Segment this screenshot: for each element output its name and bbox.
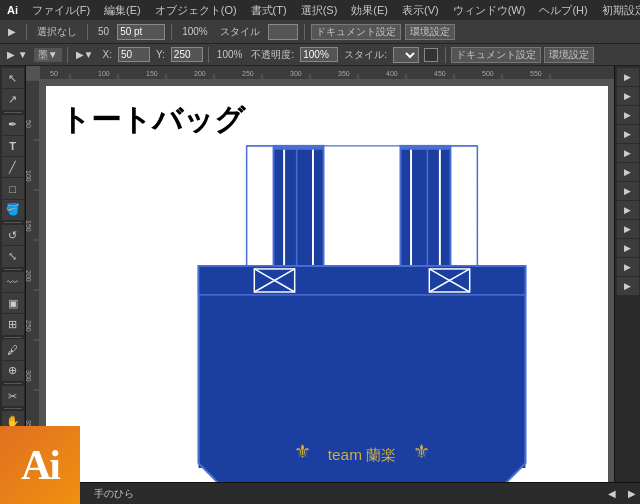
- rp-btn-3[interactable]: ▶: [617, 106, 639, 124]
- lt-sep4: [4, 337, 22, 338]
- t2-x-label: X:: [100, 49, 115, 60]
- status-tool: 手のひら: [94, 487, 134, 501]
- svg-rect-51: [199, 266, 526, 295]
- rp-btn-9[interactable]: ▶: [617, 220, 639, 238]
- menu-file[interactable]: ファイル(F): [29, 3, 93, 18]
- svg-text:100: 100: [98, 70, 110, 77]
- svg-rect-49: [412, 145, 439, 266]
- menu-ai[interactable]: Ai: [4, 4, 21, 16]
- ruler-horizontal: 50 100 150 200 250 300 350 400 450 500: [40, 66, 614, 80]
- t2-opacity-input[interactable]: [300, 47, 338, 62]
- svg-text:200: 200: [26, 270, 32, 282]
- svg-text:400: 400: [386, 70, 398, 77]
- t2-x-input[interactable]: [118, 47, 150, 62]
- t2-fill[interactable]: 墨▼: [34, 48, 62, 62]
- menu-object[interactable]: オブジェクト(O): [152, 3, 240, 18]
- t2-style-select[interactable]: [393, 47, 419, 63]
- artboard[interactable]: トートバッグ: [40, 80, 614, 482]
- tool-line[interactable]: ╱: [2, 157, 24, 177]
- rp-btn-12[interactable]: ▶: [617, 277, 639, 295]
- scroll-left[interactable]: ◀: [608, 488, 616, 499]
- tool-rect[interactable]: □: [2, 178, 24, 198]
- svg-text:300: 300: [290, 70, 302, 77]
- menu-view[interactable]: 表示(V): [399, 3, 442, 18]
- tool-paintbucket[interactable]: 🪣: [2, 200, 24, 220]
- t2-zoom-label: 100%: [214, 49, 246, 60]
- tool-slice[interactable]: ✂: [2, 386, 24, 406]
- rp-btn-1[interactable]: ▶: [617, 68, 639, 86]
- tool-select[interactable]: ↖: [2, 68, 24, 88]
- menubar: Ai ファイル(F) 編集(E) オブジェクト(O) 書式(T) 選択(S) 効…: [0, 0, 640, 20]
- t2-arrow2[interactable]: ▶▼: [73, 49, 97, 60]
- style-input[interactable]: [268, 24, 298, 40]
- tool-icon1: ▶: [4, 26, 20, 37]
- select-indicator: 選択なし: [33, 25, 81, 39]
- svg-rect-46: [285, 145, 312, 266]
- menu-effect[interactable]: 効果(E): [348, 3, 391, 18]
- rp-btn-7[interactable]: ▶: [617, 182, 639, 200]
- rp-btn-2[interactable]: ▶: [617, 87, 639, 105]
- left-toolbar: ↖ ↗ ✒ T ╱ □ 🪣 ↺ ⤡ 〰 ▣ ⊞ 🖋 ⊕ ✂ ✋ 🔍: [0, 66, 26, 482]
- rp-btn-6[interactable]: ▶: [617, 163, 639, 181]
- t2-doc-settings-button[interactable]: ドキュメント設定: [451, 47, 541, 63]
- tool-eyedropper[interactable]: 🖋: [2, 339, 24, 359]
- lt-sep5: [4, 383, 22, 384]
- tote-bag-svg: ⚜ team 蘭楽 ⚜: [177, 117, 547, 483]
- menu-window[interactable]: ウィンドウ(W): [450, 3, 529, 18]
- right-panel: ▶ ▶ ▶ ▶ ▶ ▶ ▶ ▶ ▶ ▶ ▶ ▶: [614, 66, 640, 482]
- doc-settings-button[interactable]: ドキュメント設定: [311, 24, 401, 40]
- svg-text:100: 100: [26, 170, 32, 182]
- t2-y-input[interactable]: [171, 47, 203, 62]
- style-label: スタイル: [216, 25, 264, 39]
- tool-rotate[interactable]: ↺: [2, 225, 24, 245]
- svg-text:150: 150: [146, 70, 158, 77]
- artboard-white: トートバッグ: [46, 86, 608, 482]
- rp-btn-11[interactable]: ▶: [617, 258, 639, 276]
- sep4: [304, 24, 305, 40]
- menu-format[interactable]: 書式(T): [248, 3, 290, 18]
- canvas-area[interactable]: 50 100 150 200 250 300 350 400 450 500: [26, 66, 614, 482]
- menu-help[interactable]: ヘルプ(H): [536, 3, 590, 18]
- t2-prefs-button[interactable]: 環境設定: [544, 47, 594, 63]
- lt-sep6: [4, 408, 22, 409]
- tool-blend[interactable]: ⊕: [2, 361, 24, 381]
- menu-edit[interactable]: 編集(E): [101, 3, 144, 18]
- rp-btn-4[interactable]: ▶: [617, 125, 639, 143]
- workspace-selector[interactable]: 初期設定 ▼: [599, 3, 640, 18]
- t2-arrow1[interactable]: ▶ ▼: [4, 49, 31, 60]
- canvas-title: トートバッグ: [60, 100, 245, 141]
- menu-select[interactable]: 選択(S): [298, 3, 341, 18]
- tote-bag-container: ⚜ team 蘭楽 ⚜: [126, 136, 598, 472]
- svg-text:250: 250: [26, 320, 32, 332]
- svg-text:⚜: ⚜: [413, 441, 430, 462]
- svg-text:350: 350: [338, 70, 350, 77]
- prefs-button[interactable]: 環境設定: [405, 24, 455, 40]
- tool-pen[interactable]: ✒: [2, 115, 24, 135]
- tool-gradient[interactable]: ▣: [2, 293, 24, 313]
- lt-sep2: [4, 222, 22, 223]
- tool-type[interactable]: T: [2, 136, 24, 156]
- rp-btn-8[interactable]: ▶: [617, 201, 639, 219]
- tool-scale[interactable]: ⤡: [2, 246, 24, 266]
- secondary-toolbar: ▶ ▼ 墨▼ ▶▼ X: Y: 100% 不透明度: スタイル: ドキュメント設…: [0, 44, 640, 66]
- main-area: ↖ ↗ ✒ T ╱ □ 🪣 ↺ ⤡ 〰 ▣ ⊞ 🖋 ⊕ ✂ ✋ 🔍: [0, 66, 640, 482]
- tool-mesh[interactable]: ⊞: [2, 314, 24, 334]
- svg-text:50: 50: [50, 70, 58, 77]
- size-input[interactable]: [117, 24, 165, 40]
- t2-y-label: Y:: [153, 49, 168, 60]
- svg-text:150: 150: [26, 220, 32, 232]
- rp-btn-10[interactable]: ▶: [617, 239, 639, 257]
- t2-color-swatch: [424, 48, 438, 62]
- lt-sep3: [4, 269, 22, 270]
- ruler-vertical: 50 100 150 200 250 300 350: [26, 80, 40, 482]
- scroll-right[interactable]: ▶: [628, 488, 636, 499]
- rp-btn-5[interactable]: ▶: [617, 144, 639, 162]
- svg-rect-0: [40, 66, 614, 80]
- svg-text:200: 200: [194, 70, 206, 77]
- ai-logo: Ai: [0, 426, 80, 504]
- svg-text:500: 500: [482, 70, 494, 77]
- sep2: [87, 24, 88, 40]
- svg-text:team 蘭楽: team 蘭楽: [328, 446, 396, 463]
- tool-warp[interactable]: 〰: [2, 272, 24, 292]
- tool-direct-select[interactable]: ↗: [2, 89, 24, 109]
